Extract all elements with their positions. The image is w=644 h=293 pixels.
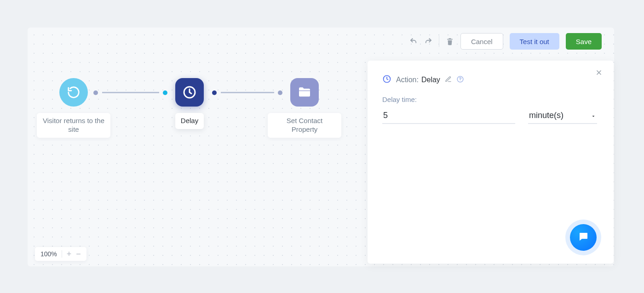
zoom-out-button[interactable]: − — [76, 250, 81, 258]
folder-icon — [290, 78, 319, 107]
flow-node-delay[interactable]: Delay — [153, 78, 226, 129]
test-it-out-button[interactable]: Test it out — [510, 33, 559, 50]
delay-value-input[interactable] — [382, 108, 515, 124]
flow-node-label: Visitor returns to the site — [37, 113, 110, 138]
flow-connector — [102, 92, 159, 93]
refresh-icon — [59, 78, 88, 107]
edit-action-name-button[interactable] — [445, 76, 452, 85]
redo-button[interactable] — [424, 37, 432, 45]
connector-dot — [212, 90, 217, 95]
flow-node-label: Delay — [175, 113, 204, 129]
chat-icon — [578, 231, 589, 244]
svg-point-2 — [460, 80, 460, 81]
delay-time-row — [382, 108, 597, 124]
flow-node-label: Set Contact Property — [268, 113, 341, 138]
panel-heading: Action: Delay — [382, 74, 597, 85]
cancel-button[interactable]: Cancel — [460, 33, 503, 50]
zoom-divider — [62, 250, 62, 258]
close-panel-button[interactable] — [595, 69, 603, 79]
flow-connector — [221, 92, 274, 93]
delete-button[interactable] — [446, 37, 454, 45]
clock-icon — [382, 74, 391, 85]
toolbar-divider — [439, 36, 439, 47]
connector-dot — [93, 90, 98, 95]
delay-unit-select[interactable] — [528, 108, 597, 124]
panel-action-prefix: Action: — [396, 76, 419, 84]
editor-toolbar: Cancel Test it out Save — [409, 33, 602, 50]
clock-icon — [175, 78, 204, 107]
help-icon[interactable] — [456, 75, 464, 85]
panel-action-name: Delay — [421, 76, 440, 84]
delay-time-label: Delay time: — [382, 96, 597, 103]
flow-node-visitor-returns[interactable]: Visitor returns to the site — [37, 78, 110, 138]
delay-unit-value[interactable] — [528, 108, 597, 124]
zoom-level: 100% — [40, 250, 57, 258]
chat-button[interactable] — [570, 224, 597, 251]
save-button[interactable]: Save — [566, 33, 602, 50]
zoom-in-button[interactable]: + — [67, 250, 72, 258]
undo-button[interactable] — [409, 37, 418, 45]
flow-node-set-contact-property[interactable]: Set Contact Property — [268, 78, 341, 138]
zoom-control: 100% + − — [35, 247, 86, 261]
